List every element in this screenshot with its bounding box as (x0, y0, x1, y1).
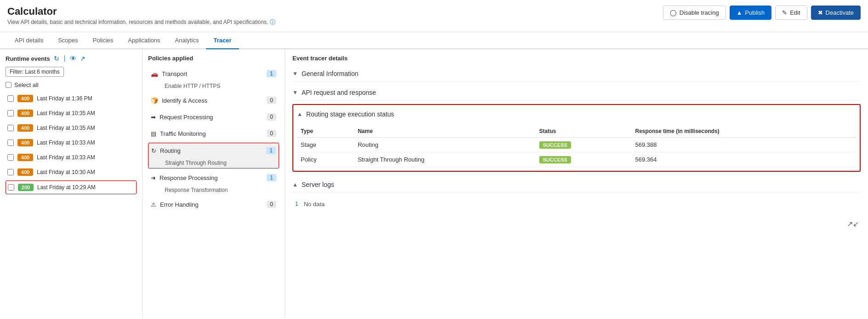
event-checkbox[interactable] (7, 125, 14, 131)
policy-routing-sub: Straight Through Routing (148, 158, 279, 168)
event-item[interactable]: 400 Last Friday at 10:33 AM (6, 136, 137, 149)
car-icon: 🚗 (151, 70, 158, 77)
page-subtitle: View API details, basic and technical in… (7, 18, 275, 26)
api-request-section[interactable]: ▼ API request and response (292, 85, 861, 100)
policy-request-header[interactable]: ➡ Request Processing 0 (148, 110, 279, 124)
row-status: SUCCESS (536, 138, 632, 152)
event-item[interactable]: 400 Last Friday at 10:30 AM (6, 166, 137, 179)
api-request-label: API request and response (302, 89, 376, 96)
tracing-icon: ◯ (670, 9, 677, 16)
publish-button[interactable]: ▲ Publish (730, 6, 772, 20)
event-item[interactable]: 400 Last Friday at 1:36 PM (6, 92, 137, 105)
event-list: 400 Last Friday at 1:36 PM 400 Last Frid… (6, 92, 137, 194)
event-item[interactable]: 400 Last Friday at 10:35 AM (6, 122, 137, 134)
status-badge: 400 (17, 95, 33, 102)
help-link[interactable]: ⓘ (270, 19, 275, 25)
nav-tabs: API details Scopes Policies Applications… (0, 32, 868, 49)
filter-bar: Filter: Last 6 months (6, 67, 137, 77)
select-all-checkbox[interactable] (6, 82, 11, 88)
policy-response-count: 1 (267, 174, 276, 181)
policy-request-name: Request Processing (160, 114, 263, 121)
general-info-section[interactable]: ▼ General Information (292, 66, 861, 81)
policy-traffic-header[interactable]: ▤ Traffic Monitoring 0 (148, 126, 279, 141)
event-checkbox[interactable] (7, 169, 14, 175)
filter-icon[interactable]: ⏐ (63, 55, 66, 62)
event-checkbox[interactable] (7, 95, 14, 102)
expand-icon[interactable]: ↗↙ (847, 220, 859, 228)
tab-api-details[interactable]: API details (7, 32, 51, 49)
deactivate-button[interactable]: ✖ Deactivate (811, 6, 861, 20)
policy-response-sub: Response Transformation (148, 185, 279, 195)
export-icon[interactable]: ↗ (80, 55, 86, 62)
col-response-time: Response time (in milliseconds) (631, 125, 856, 138)
event-time: Last Friday at 1:36 PM (37, 95, 92, 102)
policy-transport-name: Transport (162, 70, 263, 77)
status-badge: 200 (18, 184, 34, 191)
tab-applications[interactable]: Applications (120, 32, 167, 49)
tab-scopes[interactable]: Scopes (51, 32, 85, 49)
chevron-up-icon: ▲ (297, 111, 303, 117)
event-tracer-title: Event tracer details (292, 55, 861, 62)
policy-error: ⚠ Error Handling 0 (148, 197, 279, 212)
line-number: 1 (295, 201, 298, 208)
server-logs-header[interactable]: ▲ Server logs (292, 177, 861, 192)
success-badge: SUCCESS (539, 156, 571, 163)
execution-table: Type Name Status Response time (in milli… (297, 125, 856, 167)
policy-response-header[interactable]: ➜ Response Processing 1 (148, 170, 279, 185)
row-name: Straight Through Routing (354, 152, 536, 167)
chevron-up-icon: ▲ (292, 181, 298, 188)
disable-tracing-button[interactable]: ◯ Disable tracing (663, 6, 726, 20)
policy-request: ➡ Request Processing 0 (148, 110, 279, 124)
policy-identity-header[interactable]: 🍞 Identify & Access 0 (148, 93, 279, 108)
status-badge: 400 (17, 124, 33, 132)
success-badge: SUCCESS (539, 141, 571, 149)
policy-transport: 🚗 Transport 1 Enable HTTP / HTTPS (148, 66, 279, 91)
chevron-down-icon: ▼ (292, 89, 298, 96)
policy-response: ➜ Response Processing 1 Response Transfo… (148, 170, 279, 195)
refresh-icon[interactable]: ↻ (54, 55, 59, 62)
policy-routing-header[interactable]: ↻ Routing 1 (148, 143, 279, 158)
routing-execution-header[interactable]: ▲ Routing stage execution status (297, 109, 856, 122)
event-checkbox[interactable] (7, 154, 14, 161)
event-time: Last Friday at 10:33 AM (37, 154, 95, 161)
filter-badge: Filter: Last 6 months (6, 67, 64, 77)
select-all-row: Select all (6, 81, 137, 88)
policy-response-name: Response Processing (160, 174, 263, 181)
policy-transport-header[interactable]: 🚗 Transport 1 (148, 66, 279, 81)
tab-analytics[interactable]: Analytics (167, 32, 206, 49)
policy-transport-sub: Enable HTTP / HTTPS (148, 81, 279, 91)
no-data-label: No data (304, 201, 325, 208)
event-checkbox[interactable] (8, 184, 14, 191)
policy-routing-count: 1 (266, 147, 276, 154)
server-logs-content: 1 No data (292, 196, 861, 212)
tab-policies[interactable]: Policies (86, 32, 121, 49)
eye-icon[interactable]: 👁 (70, 55, 76, 62)
event-item[interactable]: 400 Last Friday at 10:35 AM (6, 107, 137, 120)
event-checkbox[interactable] (7, 110, 14, 116)
row-status: SUCCESS (536, 152, 632, 167)
event-time: Last Friday at 10:30 AM (37, 169, 95, 175)
policy-traffic-count: 0 (267, 130, 276, 137)
table-header-row: Type Name Status Response time (in milli… (297, 125, 856, 138)
right-panel: Event tracer details ▼ General Informati… (285, 49, 868, 318)
event-checkbox[interactable] (7, 139, 14, 146)
event-time: Last Friday at 10:29 AM (37, 184, 96, 191)
policies-title: Policies applied (148, 55, 279, 62)
routing-icon: ↻ (151, 147, 156, 154)
policy-error-header[interactable]: ⚠ Error Handling 0 (148, 197, 279, 212)
badge-icon: 🍞 (151, 97, 158, 104)
tab-tracer[interactable]: Tracer (206, 32, 239, 49)
chevron-down-icon: ▼ (292, 70, 298, 77)
server-logs-label: Server logs (302, 181, 334, 188)
select-all-label: Select all (14, 81, 39, 88)
event-time: Last Friday at 10:33 AM (37, 139, 95, 146)
row-type: Policy (297, 152, 354, 167)
policy-identity-name: Identify & Access (162, 97, 263, 104)
middle-panel: Policies applied 🚗 Transport 1 Enable HT… (143, 49, 285, 318)
page-header: Calculator View API details, basic and t… (0, 0, 868, 32)
event-item[interactable]: 400 Last Friday at 10:33 AM (6, 151, 137, 164)
deactivate-icon: ✖ (818, 9, 823, 16)
event-item-selected[interactable]: 200 Last Friday at 10:29 AM (6, 180, 137, 194)
edit-button[interactable]: ✎ Edit (775, 6, 807, 20)
left-panel: Runtime events ↻ ⏐ 👁 ↗ Filter: Last 6 mo… (0, 49, 143, 318)
